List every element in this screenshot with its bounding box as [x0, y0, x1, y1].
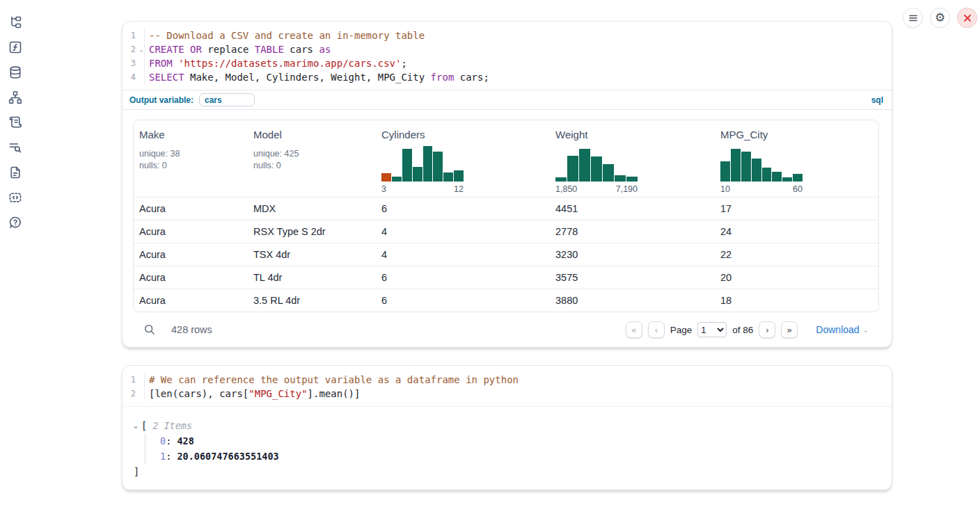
python-code-editor[interactable]: 1# We can reference the output variable … — [122, 366, 892, 407]
sql-code-editor[interactable]: 1-- Download a CSV and create an in-memo… — [122, 22, 892, 90]
table-cell: 3230 — [550, 243, 715, 266]
histogram-bar — [615, 175, 626, 182]
search-icon[interactable] — [143, 323, 156, 336]
code-text[interactable]: -- Download a CSV and create an in-memor… — [145, 29, 425, 42]
help-icon[interactable] — [8, 216, 22, 230]
settings-button[interactable]: ⚙ — [930, 8, 950, 28]
code-token: ].mean()] — [308, 388, 361, 399]
table-cell: Acura — [134, 220, 248, 243]
column-label[interactable]: MPG_City — [720, 129, 873, 143]
code-token: "MPG_City" — [248, 388, 307, 399]
histogram-bar — [413, 167, 422, 182]
helper-panel-rail — [0, 0, 31, 507]
dependency-graph-icon[interactable] — [8, 90, 22, 104]
table-cell: TSX 4dr — [248, 243, 376, 266]
code-token: [len(cars), cars[ — [149, 388, 248, 399]
column-label[interactable]: Make — [139, 129, 242, 143]
histogram-bar — [579, 149, 590, 182]
tree-entry: 1: 20.060747663551403 — [160, 449, 880, 464]
output-variable-input[interactable] — [199, 93, 255, 106]
table-cell: MDX — [248, 198, 376, 220]
code-text[interactable]: FROM 'https://datasets.marimo.app/cars.c… — [145, 56, 407, 70]
logs-icon[interactable] — [8, 140, 22, 154]
histogram-min-label: 10 — [720, 184, 730, 197]
collapse-chevron-icon[interactable]: ⌄ — [134, 419, 138, 433]
tree-entry: 0: 428 — [160, 433, 880, 449]
histogram-bar — [454, 170, 464, 182]
code-token — [173, 58, 178, 69]
code-token: cars; — [454, 72, 489, 83]
tree-entry-key: 0 — [160, 435, 166, 446]
page-select[interactable]: 1 — [697, 322, 727, 337]
table-cell: 24 — [715, 220, 878, 243]
column-label[interactable]: Model — [253, 129, 370, 143]
table-row[interactable]: AcuraRSX Type S 2dr4277824 — [134, 220, 878, 243]
code-line[interactable]: 3FROM 'https://datasets.marimo.app/cars.… — [122, 56, 892, 70]
prev-page-button[interactable]: ‹ — [648, 321, 665, 338]
notebook-actions: ⚙ — [903, 8, 977, 28]
table-footer: 428 rows « ‹ Page 1 of 86 › » Download ⌄ — [133, 312, 879, 347]
code-line[interactable]: 4SELECT Make, Model, Cylinders, Weight, … — [122, 70, 892, 84]
scratchpad-icon[interactable] — [8, 115, 22, 129]
shutdown-button[interactable] — [957, 8, 977, 28]
code-line[interactable]: 1-- Download a CSV and create an in-memo… — [122, 29, 892, 42]
histogram-max-label: 7,190 — [616, 184, 638, 197]
table-cell: 2778 — [550, 220, 715, 243]
column-histogram[interactable]: 312 — [381, 144, 464, 197]
file-tree-icon[interactable] — [8, 15, 22, 29]
code-text[interactable]: [len(cars), cars["MPG_City"].mean()] — [145, 387, 360, 401]
histogram-bar — [567, 156, 578, 182]
snippets-icon[interactable] — [8, 191, 22, 204]
histogram-max-label: 12 — [454, 184, 464, 197]
table-cell: TL 4dr — [248, 266, 376, 289]
datasources-icon[interactable] — [8, 65, 22, 79]
histogram-max-label: 60 — [793, 184, 803, 197]
table-row[interactable]: AcuraTSX 4dr4323022 — [134, 243, 878, 266]
code-token: cars — [284, 44, 319, 55]
table-cell: 22 — [715, 243, 878, 266]
bracket-close: ] — [134, 465, 880, 478]
menu-button[interactable] — [903, 8, 923, 28]
table-cell: Acura — [134, 243, 248, 266]
next-page-button[interactable]: › — [759, 321, 775, 338]
code-token: Make, Model, Cylinders, Weight, MPG_City — [184, 72, 431, 83]
table-row[interactable]: Acura3.5 RL 4dr6388018 — [134, 289, 878, 312]
download-menu[interactable]: Download ⌄ — [816, 324, 869, 335]
data-table: Makeunique: 38nulls: 0Modelunique: 425nu… — [133, 120, 879, 312]
tree-entry-value: 20.060747663551403 — [177, 451, 278, 462]
table-row[interactable]: AcuraTL 4dr6357520 — [134, 266, 878, 289]
code-token: TABLE — [255, 44, 284, 55]
histogram-bar — [752, 159, 761, 182]
tree-root-row: ⌄ [ 2 Items — [134, 419, 880, 433]
column-label[interactable]: Cylinders — [381, 129, 544, 143]
histogram-bar — [762, 168, 772, 182]
code-token: 'https://datasets.marimo.app/cars.csv' — [178, 58, 401, 69]
histogram-bar — [731, 149, 741, 182]
code-token — [184, 44, 190, 55]
code-text[interactable]: CREATE OR replace TABLE cars as — [145, 42, 331, 56]
table-cell: 17 — [715, 198, 878, 220]
row-count-label: 428 rows — [171, 324, 212, 335]
code-line[interactable]: 1# We can reference the output variable … — [122, 373, 892, 387]
column-label[interactable]: Weight — [555, 129, 709, 143]
table-row[interactable]: AcuraMDX6445117 — [134, 197, 878, 220]
code-text[interactable]: # We can reference the output variable a… — [145, 373, 519, 387]
code-text[interactable]: SELECT Make, Model, Cylinders, Weight, M… — [145, 70, 489, 84]
bracket-open: [ — [141, 419, 147, 433]
column-histogram[interactable]: 1060 — [720, 144, 803, 197]
last-page-button[interactable]: » — [781, 321, 798, 338]
column-histogram[interactable]: 1,8507,190 — [555, 144, 638, 197]
table-cell: 3880 — [550, 289, 715, 312]
table-cell: 6 — [376, 198, 550, 220]
table-cell: 18 — [715, 289, 878, 312]
functions-icon[interactable] — [8, 40, 22, 54]
documentation-icon[interactable] — [8, 166, 22, 179]
first-page-button[interactable]: « — [626, 321, 642, 338]
code-line[interactable]: 2[len(cars), cars["MPG_City"].mean()] — [122, 387, 892, 401]
fold-chevron-icon[interactable]: ⌄ — [140, 42, 143, 56]
code-line[interactable]: 2⌄CREATE OR replace TABLE cars as — [122, 42, 892, 56]
code-token: # We can reference the output variable a… — [149, 374, 519, 385]
histogram-bar — [720, 161, 730, 182]
code-token: OR — [190, 44, 202, 55]
code-token: FROM — [149, 58, 173, 69]
